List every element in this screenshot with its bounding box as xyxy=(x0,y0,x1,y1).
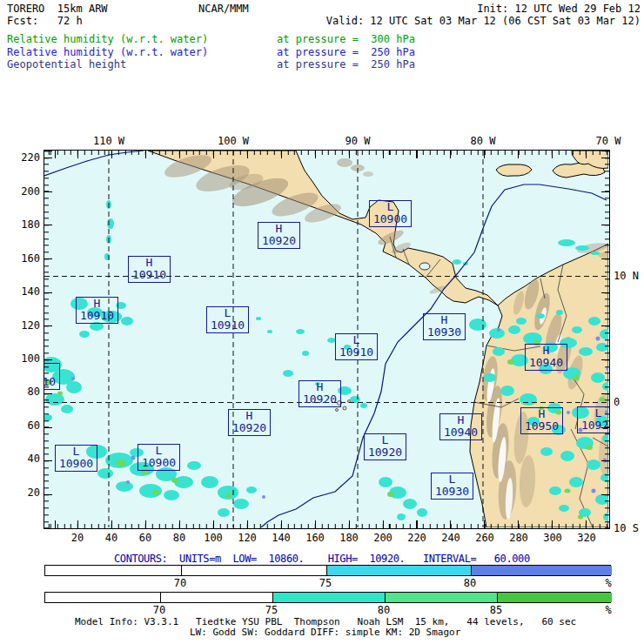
island-jamaica xyxy=(496,164,532,176)
extremum-H-10920: H10920 xyxy=(228,409,271,436)
rh-patch-cyan xyxy=(569,477,583,487)
axis-label-left: 140 xyxy=(5,286,40,297)
axis-label-bottom: 300 xyxy=(540,533,566,543)
extremum-L-10920: L10920 xyxy=(364,433,406,460)
extremum-L-10900: L10900 xyxy=(138,444,180,471)
rh-patch-blue xyxy=(592,489,596,493)
rh-patch-cyan xyxy=(453,259,461,265)
rh-patch-cyan xyxy=(121,317,133,325)
rh-patch-cyan xyxy=(587,460,600,470)
rh-patch-cyan xyxy=(588,317,600,325)
extremum-H-10920: H10920 xyxy=(299,380,341,407)
rh-patch-cyan xyxy=(591,252,600,255)
rh-patch-cyan xyxy=(469,319,486,331)
colorbar-divider xyxy=(160,593,161,602)
rh-patch-green xyxy=(116,460,126,466)
colorbar-segment xyxy=(45,566,326,575)
axis-label-right: 0 xyxy=(614,397,643,407)
rh-patch-cyan xyxy=(575,245,589,251)
rh-patch-cyan xyxy=(302,351,309,356)
rh-patch-cyan xyxy=(218,508,230,517)
rh-patch-cyan xyxy=(379,477,392,487)
rh-patch-cyan xyxy=(256,317,261,320)
axis-label-bottom: 100 xyxy=(200,533,226,543)
init-time: Init: 12 UTC Wed 29 Feb 12 xyxy=(470,3,641,15)
rh-patch-blue xyxy=(596,337,600,341)
rh-patch-blue xyxy=(71,377,75,380)
model-center: NCAR/MMM xyxy=(198,3,249,15)
rh-patch-cyan xyxy=(139,484,162,498)
axis-label-bottom: 260 xyxy=(472,533,498,543)
weather-model-plot-page: { "header": { "model": "TORERO 15km ARW"… xyxy=(0,0,644,644)
axis-label-bottom: 120 xyxy=(234,533,260,543)
colorbar-rh300 xyxy=(44,592,611,603)
colorbar-tick-label: 80 xyxy=(457,578,483,588)
rh-patch-green xyxy=(152,490,159,495)
rh-patch-cyan xyxy=(579,347,593,356)
colorbar-tick-label: % xyxy=(595,578,621,588)
extremum-L-10910: L10910 xyxy=(335,333,378,360)
colorbar-segment xyxy=(471,566,612,575)
rh-patch-blue xyxy=(497,328,500,332)
rh-patch-cyan xyxy=(536,313,545,319)
axis-label-bottom: 240 xyxy=(438,533,464,543)
rh-patch-blue xyxy=(603,459,607,463)
rh-patch-cyan xyxy=(45,393,64,406)
axis-label-left: 120 xyxy=(5,320,40,331)
axis-label-top: 100 W xyxy=(211,136,255,146)
axis-label-bottom: 320 xyxy=(574,533,600,543)
extremum-H-10920: H10920 xyxy=(258,222,300,249)
rh-patch-cyan xyxy=(572,326,582,333)
axis-label-left: 200 xyxy=(5,186,40,197)
model-info-line2: LW: Godd SW: Goddard DIFF: simple KM: 2D… xyxy=(190,627,460,638)
rh-patch-cyan xyxy=(187,461,201,470)
rh-patch-cyan xyxy=(596,343,608,352)
rh-patch-blue xyxy=(131,456,136,460)
axis-label-top: 80 W xyxy=(461,136,505,146)
axis-label-left: 220 xyxy=(5,152,40,163)
axis-label-bottom: 60 xyxy=(132,533,158,543)
rh-patch-blue xyxy=(567,411,570,414)
rh-patch-green xyxy=(57,392,63,396)
rh-patch-green xyxy=(387,492,394,497)
colorbar-divider xyxy=(181,566,182,575)
rh-patch-cyan xyxy=(350,396,360,403)
rh-patch-cyan xyxy=(540,447,553,456)
colorbar-rh250 xyxy=(44,565,611,576)
axis-label-bottom: 180 xyxy=(336,533,362,543)
axis-label-left: 100 xyxy=(5,353,40,364)
rh-patch-green xyxy=(586,445,593,450)
axis-label-bottom: 140 xyxy=(268,533,294,543)
rh-patch-cyan xyxy=(201,476,218,488)
extremum-L-10900: L10900 xyxy=(369,200,412,227)
axis-label-bottom: 80 xyxy=(166,533,192,543)
legend-level-rh250: at pressure = 250 hPa xyxy=(277,47,415,58)
rh-patch-cyan xyxy=(508,325,520,334)
rh-patch-cyan xyxy=(520,393,537,406)
rh-patch-cyan xyxy=(107,218,114,229)
axis-label-left: 40 xyxy=(5,453,40,464)
extremum-H-10910: H10910 xyxy=(76,297,118,324)
map-panel: H10920L10900H10910H10910L10910L10910H109… xyxy=(44,150,610,529)
rh-patch-cyan xyxy=(403,499,417,509)
rh-patch-cyan xyxy=(549,486,561,495)
valid-time: Valid: 12 UTC Sat 03 Mar 12 (06 CST Sat … xyxy=(252,16,641,27)
extremum-H-10910: H10910 xyxy=(44,363,60,390)
extremum-H-10930: H10930 xyxy=(423,313,466,340)
rh-patch-cyan xyxy=(246,486,257,493)
rh-patch-cyan xyxy=(61,405,73,413)
extremum-L-10910: L10910 xyxy=(206,306,249,333)
extremum-H-10910: H10910 xyxy=(128,256,171,283)
colorbar-tick-label: 80 xyxy=(371,605,397,615)
extremum-L-10930: L10930 xyxy=(431,473,473,500)
axis-label-top: 70 W xyxy=(587,136,630,146)
axis-label-bottom: 200 xyxy=(370,533,396,543)
rh-patch-cyan xyxy=(164,490,179,500)
axis-label-left: 80 xyxy=(5,386,40,397)
legend-field-rh250: Relative humidity (w.r.t. water) xyxy=(7,47,208,58)
axis-label-right: 10 S xyxy=(614,523,643,533)
colorbar-segment xyxy=(497,593,612,602)
rh-patch-cyan xyxy=(360,403,367,408)
axis-label-bottom: 220 xyxy=(404,533,430,543)
extremum-H-10950: H10950 xyxy=(520,407,563,434)
